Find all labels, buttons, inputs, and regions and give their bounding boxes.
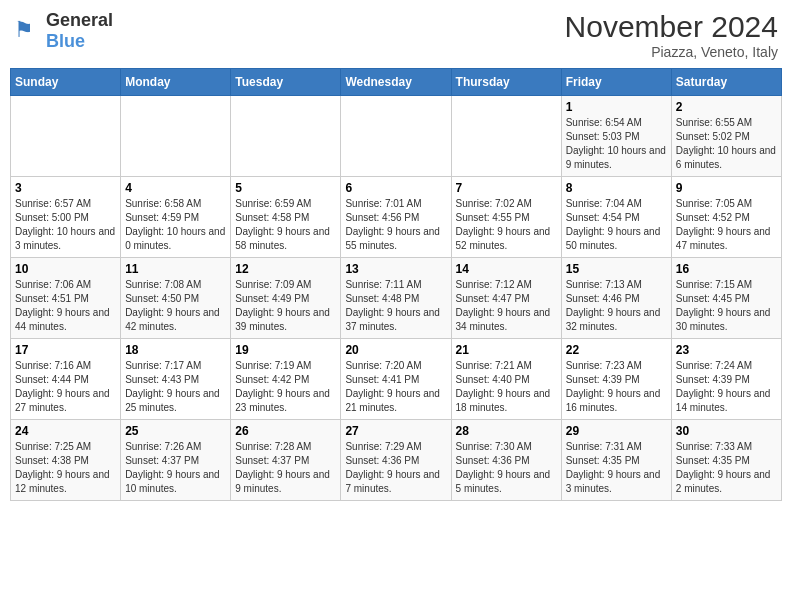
day-number: 7 [456, 181, 557, 195]
calendar-day-cell [11, 96, 121, 177]
day-info: Sunrise: 7:21 AM Sunset: 4:40 PM Dayligh… [456, 359, 557, 415]
day-info: Sunrise: 7:06 AM Sunset: 4:51 PM Dayligh… [15, 278, 116, 334]
day-info: Sunrise: 7:29 AM Sunset: 4:36 PM Dayligh… [345, 440, 446, 496]
calendar-day-cell: 18Sunrise: 7:17 AM Sunset: 4:43 PM Dayli… [121, 339, 231, 420]
calendar-day-cell: 1Sunrise: 6:54 AM Sunset: 5:03 PM Daylig… [561, 96, 671, 177]
weekday-header: Thursday [451, 69, 561, 96]
day-number: 2 [676, 100, 777, 114]
day-info: Sunrise: 6:55 AM Sunset: 5:02 PM Dayligh… [676, 116, 777, 172]
day-info: Sunrise: 7:31 AM Sunset: 4:35 PM Dayligh… [566, 440, 667, 496]
calendar-day-cell: 13Sunrise: 7:11 AM Sunset: 4:48 PM Dayli… [341, 258, 451, 339]
calendar-day-cell: 4Sunrise: 6:58 AM Sunset: 4:59 PM Daylig… [121, 177, 231, 258]
day-number: 4 [125, 181, 226, 195]
weekday-row: SundayMondayTuesdayWednesdayThursdayFrid… [11, 69, 782, 96]
day-number: 12 [235, 262, 336, 276]
calendar-day-cell: 24Sunrise: 7:25 AM Sunset: 4:38 PM Dayli… [11, 420, 121, 501]
calendar-day-cell: 5Sunrise: 6:59 AM Sunset: 4:58 PM Daylig… [231, 177, 341, 258]
calendar-day-cell: 15Sunrise: 7:13 AM Sunset: 4:46 PM Dayli… [561, 258, 671, 339]
calendar-week-row: 1Sunrise: 6:54 AM Sunset: 5:03 PM Daylig… [11, 96, 782, 177]
day-info: Sunrise: 7:19 AM Sunset: 4:42 PM Dayligh… [235, 359, 336, 415]
day-info: Sunrise: 6:58 AM Sunset: 4:59 PM Dayligh… [125, 197, 226, 253]
calendar-week-row: 17Sunrise: 7:16 AM Sunset: 4:44 PM Dayli… [11, 339, 782, 420]
day-info: Sunrise: 7:09 AM Sunset: 4:49 PM Dayligh… [235, 278, 336, 334]
day-number: 9 [676, 181, 777, 195]
logo-icon: ⚑ [14, 17, 42, 45]
calendar-day-cell: 6Sunrise: 7:01 AM Sunset: 4:56 PM Daylig… [341, 177, 451, 258]
calendar-day-cell: 3Sunrise: 6:57 AM Sunset: 5:00 PM Daylig… [11, 177, 121, 258]
day-info: Sunrise: 7:17 AM Sunset: 4:43 PM Dayligh… [125, 359, 226, 415]
day-number: 25 [125, 424, 226, 438]
day-number: 14 [456, 262, 557, 276]
day-info: Sunrise: 7:25 AM Sunset: 4:38 PM Dayligh… [15, 440, 116, 496]
day-number: 22 [566, 343, 667, 357]
day-number: 23 [676, 343, 777, 357]
day-info: Sunrise: 6:59 AM Sunset: 4:58 PM Dayligh… [235, 197, 336, 253]
calendar-week-row: 3Sunrise: 6:57 AM Sunset: 5:00 PM Daylig… [11, 177, 782, 258]
day-info: Sunrise: 7:24 AM Sunset: 4:39 PM Dayligh… [676, 359, 777, 415]
logo: ⚑ General Blue [14, 10, 113, 52]
day-info: Sunrise: 7:04 AM Sunset: 4:54 PM Dayligh… [566, 197, 667, 253]
calendar-day-cell: 22Sunrise: 7:23 AM Sunset: 4:39 PM Dayli… [561, 339, 671, 420]
day-number: 19 [235, 343, 336, 357]
calendar-day-cell: 23Sunrise: 7:24 AM Sunset: 4:39 PM Dayli… [671, 339, 781, 420]
day-info: Sunrise: 7:26 AM Sunset: 4:37 PM Dayligh… [125, 440, 226, 496]
title-block: November 2024 Piazza, Veneto, Italy [565, 10, 778, 60]
day-number: 3 [15, 181, 116, 195]
day-number: 11 [125, 262, 226, 276]
day-number: 24 [15, 424, 116, 438]
day-number: 17 [15, 343, 116, 357]
page-header: ⚑ General Blue November 2024 Piazza, Ven… [10, 10, 782, 60]
day-number: 30 [676, 424, 777, 438]
calendar-title: November 2024 [565, 10, 778, 44]
calendar-week-row: 24Sunrise: 7:25 AM Sunset: 4:38 PM Dayli… [11, 420, 782, 501]
logo-blue: Blue [46, 31, 85, 51]
day-info: Sunrise: 7:30 AM Sunset: 4:36 PM Dayligh… [456, 440, 557, 496]
calendar-day-cell [121, 96, 231, 177]
calendar-subtitle: Piazza, Veneto, Italy [565, 44, 778, 60]
calendar-day-cell: 7Sunrise: 7:02 AM Sunset: 4:55 PM Daylig… [451, 177, 561, 258]
calendar-day-cell [231, 96, 341, 177]
calendar-day-cell: 14Sunrise: 7:12 AM Sunset: 4:47 PM Dayli… [451, 258, 561, 339]
svg-text:⚑: ⚑ [14, 17, 34, 42]
calendar-day-cell: 19Sunrise: 7:19 AM Sunset: 4:42 PM Dayli… [231, 339, 341, 420]
day-number: 20 [345, 343, 446, 357]
weekday-header: Sunday [11, 69, 121, 96]
calendar-day-cell: 20Sunrise: 7:20 AM Sunset: 4:41 PM Dayli… [341, 339, 451, 420]
weekday-header: Friday [561, 69, 671, 96]
day-number: 1 [566, 100, 667, 114]
day-info: Sunrise: 7:13 AM Sunset: 4:46 PM Dayligh… [566, 278, 667, 334]
calendar-header: SundayMondayTuesdayWednesdayThursdayFrid… [11, 69, 782, 96]
calendar-day-cell: 11Sunrise: 7:08 AM Sunset: 4:50 PM Dayli… [121, 258, 231, 339]
calendar-day-cell: 16Sunrise: 7:15 AM Sunset: 4:45 PM Dayli… [671, 258, 781, 339]
weekday-header: Tuesday [231, 69, 341, 96]
calendar-day-cell: 10Sunrise: 7:06 AM Sunset: 4:51 PM Dayli… [11, 258, 121, 339]
calendar-day-cell: 2Sunrise: 6:55 AM Sunset: 5:02 PM Daylig… [671, 96, 781, 177]
calendar-body: 1Sunrise: 6:54 AM Sunset: 5:03 PM Daylig… [11, 96, 782, 501]
calendar-day-cell: 27Sunrise: 7:29 AM Sunset: 4:36 PM Dayli… [341, 420, 451, 501]
day-info: Sunrise: 7:05 AM Sunset: 4:52 PM Dayligh… [676, 197, 777, 253]
day-info: Sunrise: 7:28 AM Sunset: 4:37 PM Dayligh… [235, 440, 336, 496]
day-number: 21 [456, 343, 557, 357]
weekday-header: Monday [121, 69, 231, 96]
day-number: 10 [15, 262, 116, 276]
day-info: Sunrise: 7:23 AM Sunset: 4:39 PM Dayligh… [566, 359, 667, 415]
day-info: Sunrise: 7:33 AM Sunset: 4:35 PM Dayligh… [676, 440, 777, 496]
calendar-day-cell: 26Sunrise: 7:28 AM Sunset: 4:37 PM Dayli… [231, 420, 341, 501]
day-number: 27 [345, 424, 446, 438]
day-info: Sunrise: 7:15 AM Sunset: 4:45 PM Dayligh… [676, 278, 777, 334]
calendar-table: SundayMondayTuesdayWednesdayThursdayFrid… [10, 68, 782, 501]
day-info: Sunrise: 7:20 AM Sunset: 4:41 PM Dayligh… [345, 359, 446, 415]
logo-general: General [46, 10, 113, 30]
day-info: Sunrise: 7:02 AM Sunset: 4:55 PM Dayligh… [456, 197, 557, 253]
day-info: Sunrise: 7:16 AM Sunset: 4:44 PM Dayligh… [15, 359, 116, 415]
day-info: Sunrise: 7:01 AM Sunset: 4:56 PM Dayligh… [345, 197, 446, 253]
day-number: 5 [235, 181, 336, 195]
day-number: 18 [125, 343, 226, 357]
calendar-day-cell: 12Sunrise: 7:09 AM Sunset: 4:49 PM Dayli… [231, 258, 341, 339]
weekday-header: Saturday [671, 69, 781, 96]
calendar-day-cell: 17Sunrise: 7:16 AM Sunset: 4:44 PM Dayli… [11, 339, 121, 420]
calendar-day-cell: 9Sunrise: 7:05 AM Sunset: 4:52 PM Daylig… [671, 177, 781, 258]
day-number: 6 [345, 181, 446, 195]
day-number: 16 [676, 262, 777, 276]
calendar-day-cell: 28Sunrise: 7:30 AM Sunset: 4:36 PM Dayli… [451, 420, 561, 501]
